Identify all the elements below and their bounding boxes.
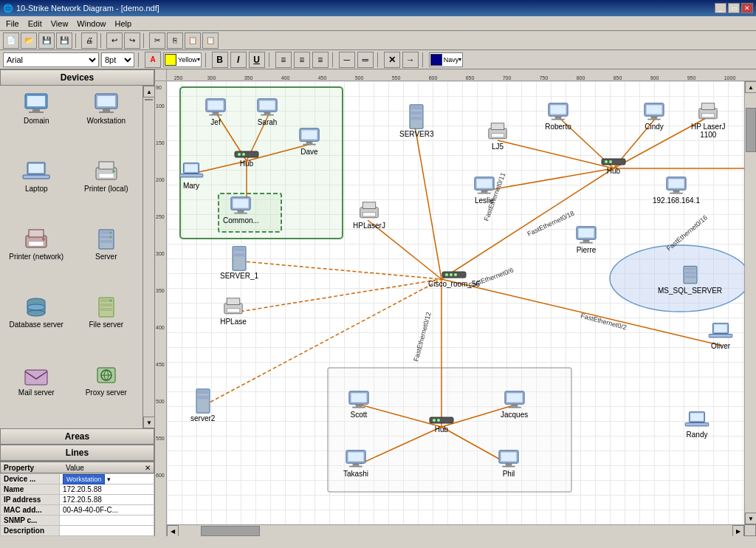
- node-pierre[interactable]: Pierre: [573, 225, 599, 254]
- node-jacques[interactable]: Jacques: [501, 390, 528, 419]
- device-database[interactable]: Database server: [3, 292, 70, 357]
- node-ms-sql[interactable]: MS_SQL_SERVER: [658, 264, 722, 295]
- menu-file[interactable]: File: [1, 18, 24, 30]
- underline-button[interactable]: U: [249, 52, 265, 68]
- node-ip192[interactable]: 192.168.164.1: [653, 176, 700, 205]
- svg-rect-95: [411, 117, 422, 120]
- align-right-button[interactable]: ≡: [312, 52, 329, 68]
- node-hub1[interactable]: Hub: [233, 149, 260, 168]
- node-server2[interactable]: server2: [190, 388, 215, 422]
- device-proxyserver[interactable]: Proxy server: [73, 360, 140, 425]
- menu-view[interactable]: View: [47, 18, 73, 30]
- vertical-scrollbar[interactable]: ▲ ▼: [744, 81, 756, 524]
- line-style1-button[interactable]: ─: [339, 52, 355, 68]
- node-roberto[interactable]: Roberto: [545, 102, 571, 131]
- menu-help[interactable]: Help: [110, 18, 136, 30]
- devices-scrollbar[interactable]: ▲ ▼: [142, 86, 154, 428]
- copy-button[interactable]: ⎘: [167, 32, 183, 49]
- node-lj5[interactable]: LJ5: [484, 122, 511, 151]
- more-options-button[interactable]: ✕: [384, 52, 400, 68]
- scroll-up-button[interactable]: ▲: [143, 86, 154, 97]
- node-server2-label: server2: [190, 414, 215, 422]
- node-hplase[interactable]: HPLase: [220, 297, 247, 326]
- node-phil[interactable]: Phil: [495, 449, 522, 478]
- hscroll-track[interactable]: [179, 525, 732, 536]
- italic-button[interactable]: I: [230, 52, 247, 68]
- node-dave-label: Dave: [300, 148, 317, 156]
- device-domain-label: Domain: [24, 117, 49, 125]
- node-dave[interactable]: Dave: [296, 127, 323, 156]
- node-takashi[interactable]: Takashi: [343, 449, 369, 478]
- node-scott[interactable]: Scott: [346, 390, 372, 419]
- font-select[interactable]: Arial: [3, 52, 99, 67]
- save-button[interactable]: 💾: [38, 32, 55, 49]
- align-left-button[interactable]: ≡: [275, 52, 292, 68]
- fill-color-picker[interactable]: Yellow ▾: [163, 52, 202, 67]
- undo-button[interactable]: ↩: [106, 32, 123, 49]
- lines-header[interactable]: Lines: [0, 445, 154, 461]
- vscroll-thumb[interactable]: [746, 108, 756, 152]
- device-printer-local[interactable]: Printer (local): [73, 157, 140, 222]
- device-mailserver[interactable]: Mail server: [3, 360, 70, 425]
- canvas-area[interactable]: 250 300 350 400 450 500 550 600 650 700 …: [155, 69, 756, 536]
- vscroll-down-button[interactable]: ▼: [745, 513, 756, 524]
- device-printer-network[interactable]: Printer (network): [3, 225, 70, 290]
- areas-header[interactable]: Areas: [0, 428, 154, 445]
- svg-rect-114: [477, 179, 492, 188]
- hscroll-left-button[interactable]: ◀: [167, 525, 179, 536]
- devices-header[interactable]: Devices: [0, 69, 154, 86]
- vscroll-up-button[interactable]: ▲: [745, 81, 756, 93]
- text-color-picker[interactable]: Navy ▾: [429, 52, 464, 67]
- prop-row-snmp: SNMP c...: [1, 516, 154, 526]
- scroll-down-button[interactable]: ▼: [143, 417, 154, 428]
- node-mary[interactable]: Mary: [178, 161, 205, 190]
- align-center-button[interactable]: ≡: [294, 52, 310, 68]
- cut-button[interactable]: ✂: [149, 32, 165, 49]
- node-randy[interactable]: Randy: [684, 410, 710, 439]
- open-button[interactable]: 📂: [21, 32, 37, 49]
- node-oliver[interactable]: Oliver: [707, 321, 734, 350]
- node-hplaserj[interactable]: HPLaserJ: [353, 201, 385, 230]
- node-leslie[interactable]: Leslie: [471, 176, 498, 205]
- canvas-diagram[interactable]: FastEthernet0/11 FastEthernet0/6 FastEth…: [167, 81, 756, 536]
- node-hub2[interactable]: Hub: [600, 157, 627, 175]
- device-fileserver[interactable]: File server: [73, 292, 140, 357]
- device-type-dropdown[interactable]: ▾: [107, 476, 111, 483]
- node-server3[interactable]: SERVER3: [399, 103, 434, 138]
- horizontal-scrollbar[interactable]: ◀ ▶: [167, 524, 744, 536]
- restore-button[interactable]: ▭: [728, 3, 740, 13]
- menu-edit[interactable]: Edit: [24, 18, 47, 30]
- node-common[interactable]: Common...: [223, 196, 259, 225]
- close-button[interactable]: ✕: [741, 3, 753, 13]
- print-button[interactable]: 🖨: [81, 32, 97, 49]
- redo-button[interactable]: ↪: [124, 32, 140, 49]
- node-sarah[interactable]: Sarah: [254, 97, 281, 126]
- saveas-button[interactable]: 💾: [56, 32, 72, 49]
- menu-window[interactable]: Window: [72, 18, 110, 30]
- device-laptop[interactable]: Laptop: [3, 157, 70, 222]
- paste2-button[interactable]: 📋: [202, 32, 219, 49]
- text-color-button[interactable]: A: [145, 52, 161, 68]
- device-workstation[interactable]: Workstation: [73, 89, 140, 154]
- node-hp-laserj-1100[interactable]: HP LaserJ1100: [691, 102, 726, 139]
- hscroll-thumb[interactable]: [201, 526, 260, 536]
- minimize-button[interactable]: _: [715, 3, 726, 13]
- hscroll-right-button[interactable]: ▶: [732, 525, 744, 536]
- size-select[interactable]: 8pt: [101, 52, 134, 67]
- line-style2-button[interactable]: ═: [357, 52, 374, 68]
- device-server[interactable]: Server: [73, 225, 140, 290]
- arrow-options-button[interactable]: →: [402, 52, 419, 68]
- prop-close-icon[interactable]: ✕: [145, 464, 151, 472]
- vscroll-track[interactable]: [745, 93, 756, 513]
- device-domain[interactable]: Domain: [3, 89, 70, 154]
- node-hub3[interactable]: Hub: [428, 415, 455, 434]
- bold-button[interactable]: B: [212, 52, 228, 68]
- svg-text:FastEthernet0/12: FastEthernet0/12: [412, 311, 433, 362]
- node-server1[interactable]: SERVER_1: [220, 245, 258, 280]
- svg-rect-106: [647, 119, 661, 120]
- paste-button[interactable]: 📋: [185, 32, 201, 49]
- node-cindy[interactable]: Cindy: [641, 102, 667, 131]
- new-button[interactable]: 📄: [3, 32, 19, 49]
- node-jef[interactable]: Jef: [202, 97, 229, 126]
- node-cisco56[interactable]: Cisco_room_56: [428, 270, 480, 288]
